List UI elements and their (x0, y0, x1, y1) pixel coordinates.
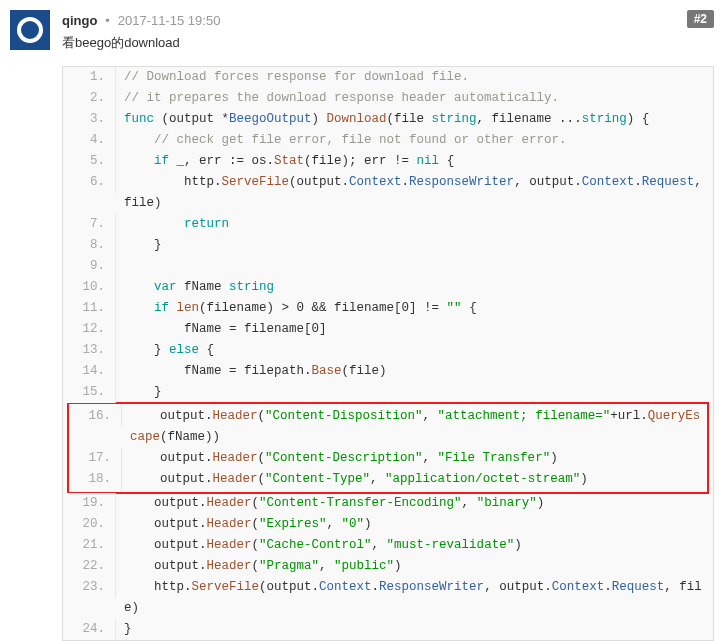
post-number-badge[interactable]: #2 (687, 10, 714, 28)
line-content: // Download forces response for download… (116, 67, 713, 88)
line-content: } else { (116, 340, 713, 361)
code-line: 14. fName = filepath.Base(file) (63, 361, 713, 382)
line-content: if len(filename) > 0 && filename[0] != "… (116, 298, 713, 319)
line-number: 19. (63, 493, 116, 514)
code-line: 3.func (output *BeegoOutput) Download(fi… (63, 109, 713, 130)
line-content: return (116, 214, 713, 235)
line-number: 3. (63, 109, 116, 130)
line-number: 20. (63, 514, 116, 535)
line-content: http.ServeFile(output.Context.ResponseWr… (116, 172, 713, 214)
line-number: 9. (63, 256, 116, 277)
code-line: 9. (63, 256, 713, 277)
code-line: 20. output.Header("Expires", "0") (63, 514, 713, 535)
code-line: 11. if len(filename) > 0 && filename[0] … (63, 298, 713, 319)
code-line: 15. } (63, 382, 713, 403)
line-content: output.Header("Pragma", "public") (116, 556, 713, 577)
code-line: 2.// it prepares the download response h… (63, 88, 713, 109)
line-content: http.ServeFile(output.Context.ResponseWr… (116, 577, 713, 619)
line-content: output.Header("Content-Transfer-Encoding… (116, 493, 713, 514)
line-content: // it prepares the download response hea… (116, 88, 713, 109)
line-number: 2. (63, 88, 116, 109)
code-line: 7. return (63, 214, 713, 235)
line-number: 13. (63, 340, 116, 361)
code-line: 22. output.Header("Pragma", "public") (63, 556, 713, 577)
code-line: 5. if _, err := os.Stat(file); err != ni… (63, 151, 713, 172)
line-number: 22. (63, 556, 116, 577)
line-number: 15. (63, 382, 116, 403)
code-line: 17. output.Header("Content-Description",… (69, 448, 707, 469)
username[interactable]: qingo (62, 13, 97, 28)
line-content: } (116, 382, 713, 403)
line-content (116, 256, 713, 277)
line-number: 6. (63, 172, 116, 193)
line-content: } (116, 619, 713, 640)
code-line: 12. fName = filename[0] (63, 319, 713, 340)
avatar[interactable] (10, 10, 50, 50)
line-content: if _, err := os.Stat(file); err != nil { (116, 151, 713, 172)
code-line: 1.// Download forces response for downlo… (63, 67, 713, 88)
line-number: 18. (69, 469, 122, 492)
line-content: output.Header("Content-Disposition", "at… (122, 404, 707, 448)
line-content: } (116, 235, 713, 256)
timestamp: 2017-11-15 19:50 (118, 13, 221, 28)
code-block: 1.// Download forces response for downlo… (62, 66, 714, 641)
code-line: 18. output.Header("Content-Type", "appli… (69, 469, 707, 492)
line-number: 14. (63, 361, 116, 382)
line-number: 16. (69, 404, 122, 427)
line-content: func (output *BeegoOutput) Download(file… (116, 109, 713, 130)
code-line: 6. http.ServeFile(output.Context.Respons… (63, 172, 713, 214)
line-number: 11. (63, 298, 116, 319)
header-meta: qingo • 2017-11-15 19:50 看beego的download (62, 10, 714, 52)
line-content: output.Header("Content-Description", "Fi… (122, 448, 707, 469)
separator-dot: • (105, 13, 110, 28)
code-line: 4. // check get file error, file not fou… (63, 130, 713, 151)
line-content: fName = filepath.Base(file) (116, 361, 713, 382)
line-number: 5. (63, 151, 116, 172)
line-number: 7. (63, 214, 116, 235)
code-line: 10. var fName string (63, 277, 713, 298)
code-line: 8. } (63, 235, 713, 256)
line-number: 10. (63, 277, 116, 298)
line-number: 24. (63, 619, 116, 640)
code-line: 24.} (63, 619, 713, 640)
line-content: output.Header("Expires", "0") (116, 514, 713, 535)
code-line: 23. http.ServeFile(output.Context.Respon… (63, 577, 713, 619)
line-content: output.Header("Content-Type", "applicati… (122, 469, 707, 492)
code-line: 16. output.Header("Content-Disposition",… (69, 404, 707, 448)
code-line: 21. output.Header("Cache-Control", "must… (63, 535, 713, 556)
post-body: 看beego的download (62, 34, 714, 52)
line-content: fName = filename[0] (116, 319, 713, 340)
line-number: 4. (63, 130, 116, 151)
code-line: 19. output.Header("Content-Transfer-Enco… (63, 493, 713, 514)
highlighted-region: 16. output.Header("Content-Disposition",… (67, 402, 709, 494)
line-number: 8. (63, 235, 116, 256)
line-number: 12. (63, 319, 116, 340)
line-number: 21. (63, 535, 116, 556)
line-number: 23. (63, 577, 116, 598)
line-number: 1. (63, 67, 116, 88)
post-header: qingo • 2017-11-15 19:50 看beego的download… (10, 10, 714, 52)
line-number: 17. (69, 448, 122, 469)
line-content: var fName string (116, 277, 713, 298)
code-line: 13. } else { (63, 340, 713, 361)
line-content: output.Header("Cache-Control", "must-rev… (116, 535, 713, 556)
line-content: // check get file error, file not found … (116, 130, 713, 151)
avatar-icon (17, 17, 43, 43)
